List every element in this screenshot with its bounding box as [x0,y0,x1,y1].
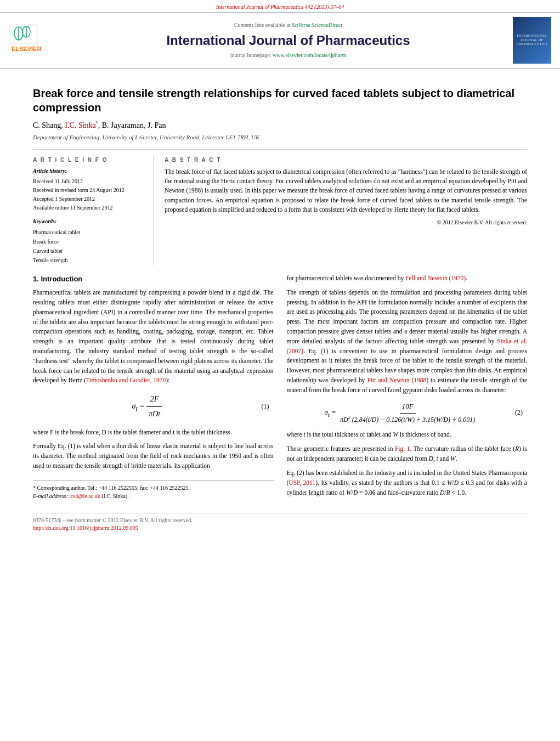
email-link[interactable]: ics4@le.ac.uk [69,493,100,499]
article-info-heading: A R T I C L E I N F O [33,156,144,164]
homepage-link[interactable]: www.elsevier.com/locate/ijpharm [273,52,346,58]
formula1-where: where F is the break force, D is the tab… [33,428,274,438]
sigma-t2: σt = [324,408,338,416]
formula1-den: πDt [146,407,162,420]
bottom-issn: 0378-5173/$ – see front matter © 2012 El… [33,517,527,524]
journal-main-title: International Journal of Pharmaceutics [69,31,507,50]
right-para2: The strength of tablets depends on the f… [287,288,528,395]
formula1-num: 2F [146,393,162,407]
footnote-email: E-mail address: ics4@le.ac.uk (I.C. Sink… [33,492,274,500]
body-left-col: 1. Introduction Pharmaceutical tablets a… [33,274,274,502]
cover-text: INTERNATIONAL JOURNAL OF PHARMACEUTICS [515,34,549,47]
article-info-column: A R T I C L E I N F O Article history: R… [33,156,154,265]
journal-citation: International Journal of Pharmaceutics 4… [216,4,344,10]
sciverse-link[interactable]: SciVerse ScienceDirect [292,22,342,28]
info-abstract-section: A R T I C L E I N F O Article history: R… [33,149,527,265]
main-content: Break force and tensile strength relatio… [0,69,560,541]
formula2: σt = 10F πD2 (2.84(t/D) − 0.126(t/W) + 3… [287,401,516,425]
homepage-text: journal homepage: [230,52,273,58]
right-para5: Eq. (2) has been established in the indu… [287,468,528,497]
keyword-3: Curved tablet [33,246,144,256]
intro-para1: Pharmaceutical tablets are manufactured … [33,288,274,386]
article-history-label: Article history: [33,167,144,175]
journal-cover-thumbnail: INTERNATIONAL JOURNAL OF PHARMACEUTICS [513,17,551,64]
article-dates: Received 11 July 2012 Received in revise… [33,177,144,212]
authors-text: C. Shang, [33,121,65,129]
sciverse-text: Contents lists available at [234,22,292,28]
formula2-den: πD2 (2.84(t/D) − 0.126(t/W) + 3.15(W/D) … [338,414,477,425]
usp-link[interactable]: USP, 2011 [289,479,315,486]
timoshenko-link[interactable]: Timoshenko and Goodier, 1970 [86,377,166,383]
accepted-date: Accepted 1 September 2012 [33,195,144,203]
formula1-block: σt = 2F πDt (1) [33,391,274,422]
right-para4: These geometric features are presented i… [287,444,528,464]
authors-line: C. Shang, I.C. Sinka*, B. Jayaraman, J. … [33,120,527,131]
available-date: Available online 11 September 2012 [33,203,144,212]
copyright: © 2012 Elsevier B.V. All rights reserved… [165,219,527,227]
sinka-link[interactable]: I.C. Sinka [65,121,95,129]
svg-text:ELSEVIER: ELSEVIER [12,46,41,52]
affiliation: Department of Engineering, University of… [33,133,527,142]
right-para3: where t is the total thickness of tablet… [287,430,528,440]
body-right-col: for pharmaceutical tablets was documente… [287,274,528,502]
journal-header: ELSEVIER Contents lists available at Sci… [0,12,560,69]
keywords-label: Keywords: [33,218,144,225]
abstract-heading: A B S T R A C T [165,156,527,164]
abstract-text: The break force of flat faced tablets su… [165,167,527,214]
formula1-number: (1) [262,401,274,412]
elsevier-logo: ELSEVIER [9,24,64,56]
journal-title-block: Contents lists available at SciVerse Sci… [69,21,507,60]
keywords-list: Pharmaceutical tablet Break force Curved… [33,228,144,265]
formula2-num: 10F [400,401,416,414]
article-title: Break force and tensile strength relatio… [33,86,527,115]
keyword-2: Break force [33,237,144,246]
pitt-newton-link[interactable]: Pitt and Newton (1988) [367,377,428,383]
formula2-fraction: 10F πD2 (2.84(t/D) − 0.126(t/W) + 3.15(W… [338,401,477,425]
keyword-4: Tensile strength [33,256,144,265]
received-date: Received 11 July 2012 [33,177,144,186]
email-person: (I.C. Sinka). [101,493,128,499]
section1-title: 1. Introduction [33,274,274,285]
formula2-number: (2) [515,408,527,418]
body-section: 1. Introduction Pharmaceutical tablets a… [33,274,527,502]
formula2-block: σt = 10F πD2 (2.84(t/D) − 0.126(t/W) + 3… [287,401,528,425]
keyword-1: Pharmaceutical tablet [33,228,144,237]
fig1-link[interactable]: Fig. 1 [395,445,410,452]
received-revised-date: Received in revised form 24 August 2012 [33,186,144,195]
sinka-link2[interactable]: Sinka et al. (2007) [287,338,528,354]
right-para1: for pharmaceutical tablets was documente… [287,274,528,284]
bottom-doi[interactable]: http://dx.doi.org/10.1016/j.ijpharm.2012… [33,524,527,532]
other-authors: B. Jayaraman, J. Pan [102,121,166,129]
formula1-fraction: 2F πDt [146,393,162,420]
sigma-t: σt = [132,402,146,410]
journal-top-bar: International Journal of Pharmaceutics 4… [0,0,560,12]
bottom-bar: 0378-5173/$ – see front matter © 2012 El… [33,513,527,532]
formula1: σt = 2F πDt [33,393,262,420]
footnote-area: * Corresponding author. Tel.: +44 116 25… [33,480,274,500]
fell-newton-link[interactable]: Fell and Newton (1970) [405,275,466,281]
footnote-star: * Corresponding author. Tel.: +44 116 25… [33,484,274,492]
intro-para2: Formally Eq. (1) is valid when a thin di… [33,442,274,471]
abstract-column: A B S T R A C T The break force of flat … [165,156,527,265]
